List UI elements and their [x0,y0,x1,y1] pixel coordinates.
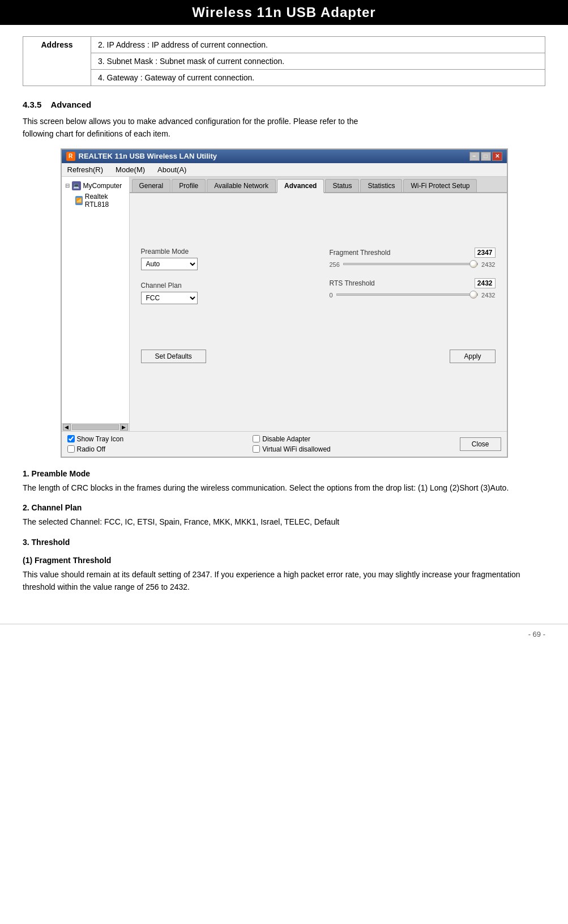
tab-available-network[interactable]: Available Network [207,179,276,192]
show-tray-icon-checkbox[interactable] [67,435,75,442]
footer-checkboxes-center: Disable Adapter Virtual WiFi disallowed [253,435,331,453]
fragment-section-text: This value should remain at its default … [23,568,545,594]
fragment-thumb[interactable] [469,260,477,268]
scroll-right-arrow[interactable]: ▶ [120,424,128,431]
channel-section-title: 2. Channel Plan [23,503,545,512]
table-row: 4. Gateway : Gateway of current connecti… [23,70,545,86]
tree-item-mycomputer[interactable]: ⊟ 💻 MyComputer [64,180,127,191]
virtual-wifi-label: Virtual WiFi disallowed [262,445,331,453]
scroll-thumb[interactable] [72,424,119,430]
section-title-text: Advanced [51,100,92,109]
radio-off-label: Radio Off [77,445,105,453]
menu-refresh[interactable]: Refresh(R) [64,164,107,175]
channel-group: Channel Plan FCC IC ETSI Spain France MK… [141,282,307,304]
computer-icon: 💻 [72,181,81,190]
dialog-window: R REALTEK 11n USB Wireless LAN Utility −… [61,148,508,458]
show-tray-icon-label: Show Tray Icon [77,435,124,443]
page-number: - 69 - [0,624,568,644]
disable-adapter-checkbox[interactable] [253,435,260,442]
dialog-body: ⊟ 💻 MyComputer 📶 Realtek RTL818 ◀ ▶ [62,177,507,431]
scroll-left-arrow[interactable]: ◀ [63,424,71,431]
footer-close-button[interactable]: Close [460,437,501,451]
preamble-section-text: The length of CRC blocks in the frames d… [23,482,545,494]
fragment-slider[interactable] [343,260,478,269]
body-section-fragment: (1) Fragment Threshold This value should… [23,556,545,594]
preamble-select[interactable]: Auto Long Short [141,258,198,270]
page-title: Wireless 11n USB Adapter [0,5,568,20]
window-close-button[interactable]: ✕ [492,152,502,161]
table-cell-gateway: 4. Gateway : Gateway of current connecti… [91,70,545,86]
table-cell-subnet: 3. Subnet Mask : Subnet mask of current … [91,53,545,70]
fragment-track [343,263,478,265]
rts-track [336,293,478,296]
fragment-slider-row: 256 2432 [330,260,496,269]
channel-label: Channel Plan [141,282,307,289]
radio-off-checkbox[interactable] [67,445,75,453]
tab-content-advanced: Preamble Mode Auto Long Short Channel Pl… [130,193,507,431]
disable-adapter-label: Disable Adapter [262,435,310,443]
info-table: Address 2. IP Address : IP address of cu… [23,36,545,86]
show-tray-icon-check[interactable]: Show Tray Icon [67,435,124,443]
advanced-left: Preamble Mode Auto Long Short Channel Pl… [141,248,307,316]
threshold-section-title: 3. Threshold [23,538,545,547]
dialog-footer: Show Tray Icon Radio Off Disable Adapter… [62,431,507,457]
channel-section-text: The selected Channel: FCC, IC, ETSI, Spa… [23,516,545,528]
preamble-label: Preamble Mode [141,248,307,256]
rts-header: RTS Threshold 2432 [330,278,496,288]
tab-status[interactable]: Status [325,179,359,192]
rts-value: 2432 [475,278,496,288]
rts-thumb[interactable] [469,291,477,299]
fragment-value: 2347 [475,248,496,258]
tab-statistics[interactable]: Statistics [360,179,402,192]
advanced-settings-grid: Preamble Mode Auto Long Short Channel Pl… [141,248,496,316]
section-number: 4.3.5 [23,100,41,109]
tab-advanced[interactable]: Advanced [277,179,324,193]
tree-panel: ⊟ 💻 MyComputer 📶 Realtek RTL818 [62,177,130,423]
dialog-title: REALTEK 11n USB Wireless LAN Utility [79,152,217,160]
content-area: Address 2. IP Address : IP address of cu… [0,25,568,624]
minimize-button[interactable]: − [469,152,480,161]
virtual-wifi-check[interactable]: Virtual WiFi disallowed [253,445,331,453]
fragment-threshold-group: Fragment Threshold 2347 256 [330,248,496,269]
tree-item-realtek[interactable]: 📶 Realtek RTL818 [64,191,127,210]
rts-max: 2432 [481,292,495,299]
fragment-min: 256 [330,261,340,268]
radio-off-check[interactable]: Radio Off [67,445,124,453]
footer-checkboxes-left: Show Tray Icon Radio Off [67,435,124,453]
window-controls[interactable]: − □ ✕ [469,152,502,161]
rts-label: RTS Threshold [330,279,375,287]
table-label: Address [23,37,91,86]
table-row: Address 2. IP Address : IP address of cu… [23,37,545,53]
section-heading: 4.3.5 Advanced [23,100,545,109]
rts-slider-row: 0 2432 [330,291,496,300]
titlebar-left: R REALTEK 11n USB Wireless LAN Utility [66,152,217,161]
app-icon: R [66,152,75,161]
tab-action-buttons: Set Defaults Apply [141,350,496,363]
maximize-button[interactable]: □ [481,152,491,161]
tab-general[interactable]: General [132,179,171,192]
fragment-section-title: (1) Fragment Threshold [23,556,545,565]
rts-min: 0 [330,292,333,299]
right-panel: General Profile Available Network Advanc… [130,177,507,431]
menu-about[interactable]: About(A) [154,164,190,175]
apply-button[interactable]: Apply [450,350,495,363]
virtual-wifi-checkbox[interactable] [253,445,260,453]
dialog-titlebar: R REALTEK 11n USB Wireless LAN Utility −… [62,150,507,163]
tab-wifi-protect[interactable]: Wi-Fi Protect Setup [403,179,477,192]
body-section-threshold: 3. Threshold [23,538,545,547]
menu-mode[interactable]: Mode(M) [112,164,148,175]
rts-slider[interactable] [336,291,478,300]
tree-label-realtek: Realtek RTL818 [85,193,126,208]
rts-threshold-group: RTS Threshold 2432 0 [330,278,496,300]
tab-profile[interactable]: Profile [172,179,206,192]
disable-adapter-check[interactable]: Disable Adapter [253,435,331,443]
menubar: Refresh(R) Mode(M) About(A) [62,163,507,177]
fragment-max: 2432 [481,261,495,268]
advanced-right: Fragment Threshold 2347 256 [330,248,496,316]
section-intro: This screen below allows you to make adv… [23,115,545,140]
channel-select[interactable]: FCC IC ETSI Spain France MKK MKK1 Israel… [141,292,198,304]
tree-scrollbar[interactable]: ◀ ▶ [62,423,129,431]
tree-expand-icon: ⊟ [65,182,70,189]
body-section-channel: 2. Channel Plan The selected Channel: FC… [23,503,545,528]
set-defaults-button[interactable]: Set Defaults [141,350,206,363]
